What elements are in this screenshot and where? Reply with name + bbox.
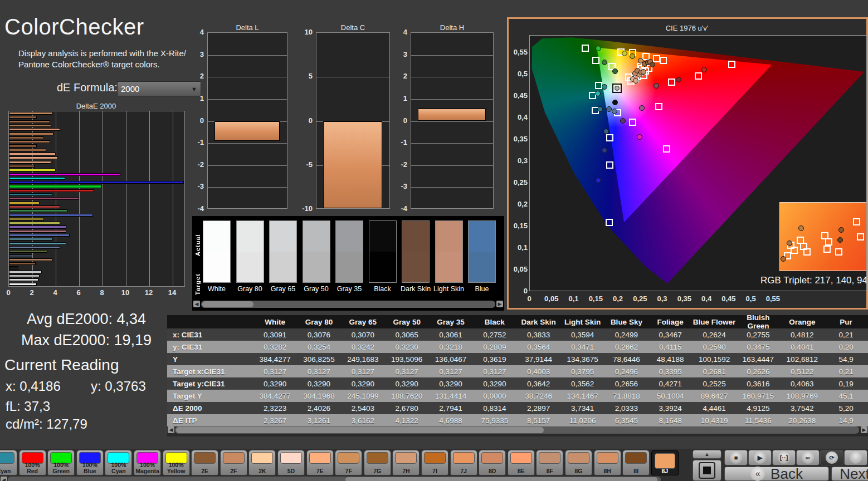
- table-cell: 0,8314: [472, 404, 516, 413]
- table-cell: 163,4447: [737, 355, 781, 364]
- stop-measure-button[interactable]: [693, 460, 721, 481]
- y-tick-label: -3: [188, 182, 204, 190]
- column-header: Dark Skin: [516, 318, 560, 326]
- cie-x-tick-label: 0,1: [562, 295, 586, 303]
- table-cell: 2,3223: [253, 404, 297, 413]
- patch-tab-2e[interactable]: 2E: [191, 450, 218, 475]
- patch-tab-label: 8F: [537, 468, 563, 474]
- swatch-label: Gray 35: [333, 285, 366, 293]
- swatch-scrollbar[interactable]: [201, 301, 495, 308]
- deltae-bar: [9, 266, 18, 269]
- patch-color-chip: [367, 452, 388, 464]
- refresh-button[interactable]: ⟳: [820, 450, 843, 465]
- cie-y-tick-label: 0,15: [505, 222, 528, 230]
- patch-tab-8g[interactable]: 8G: [565, 450, 592, 475]
- patch-tab-8h[interactable]: 8H: [594, 450, 621, 475]
- back-button[interactable]: « Back: [724, 467, 829, 481]
- patch-tab-7j[interactable]: 7J: [450, 450, 477, 475]
- swatch-scroll-right-icon[interactable]: ▶: [496, 301, 503, 307]
- table-cell: 78,6446: [604, 355, 648, 364]
- table-cell: 0,3290: [472, 380, 516, 388]
- gridline: [411, 121, 493, 122]
- y-tick-label: 2: [392, 72, 407, 80]
- patch-color-chip: [280, 452, 302, 464]
- table-row: x: CIE310,30910,30760,30700,30650,30610,…: [167, 328, 868, 341]
- patch-tab-8j[interactable]: 8J: [651, 450, 679, 475]
- cie-x-tick-label: 0,3: [650, 295, 675, 303]
- x-tick-label: 10: [119, 288, 132, 297]
- toolbar-scroll-left-icon[interactable]: ◀: [1, 477, 7, 481]
- column-header: Gray 35: [429, 318, 473, 326]
- swatch-scroll-left-icon[interactable]: ◀: [193, 301, 200, 307]
- patch-tab-100-blue[interactable]: 100% Blue: [76, 450, 104, 475]
- column-header: Gray 50: [385, 318, 429, 326]
- patch-tab-8f[interactable]: 8F: [536, 450, 563, 475]
- patch-tab-label: 8H: [594, 468, 621, 474]
- range-button[interactable]: [··]: [772, 450, 796, 465]
- patch-tab-100-cyan[interactable]: 100% Cyan: [105, 450, 132, 475]
- table-cell: 0,4812: [780, 331, 824, 339]
- patch-tab-2f[interactable]: 2F: [220, 450, 247, 475]
- patch-tab-100-magenta[interactable]: 100% Magenta: [134, 450, 161, 475]
- swatch-blue[interactable]: [468, 220, 496, 283]
- toolbar-scrollbar[interactable]: [8, 477, 661, 481]
- patch-tab-8i[interactable]: 8I: [622, 450, 650, 475]
- measurement-marker: [596, 178, 601, 183]
- table-cell: 4,6988: [429, 416, 473, 425]
- patch-tab-100-red[interactable]: 100% Red: [19, 450, 46, 475]
- patch-tab-7f[interactable]: 7F: [335, 450, 362, 475]
- patch-tab-8e[interactable]: 8E: [508, 450, 535, 475]
- swatch-dark-skin[interactable]: [402, 220, 430, 283]
- stop-button[interactable]: ■: [724, 450, 748, 465]
- patch-tab-100-yellow[interactable]: 100% Yellow: [163, 450, 190, 475]
- patch-tab-label: 7J: [451, 468, 477, 474]
- deltae-bar: [9, 234, 70, 237]
- deltae-bar: [9, 262, 36, 265]
- tab-scroll-up-button[interactable]: ▲: [693, 450, 721, 459]
- cie-y-tick-label: 0,3: [505, 156, 528, 165]
- patch-tab-2k[interactable]: 2K: [248, 450, 276, 475]
- table-cell: 384,4277: [253, 392, 297, 400]
- table-row: Target Y384,4277304,1968245,1099188,7620…: [167, 390, 868, 402]
- patch-tab-7h[interactable]: 7H: [392, 450, 420, 475]
- table-scroll-left-icon[interactable]: ◀: [168, 426, 174, 433]
- deltae-bar: [9, 112, 52, 115]
- next-button[interactable]: Next »: [831, 467, 868, 481]
- table-scrollbar[interactable]: [175, 426, 859, 434]
- patch-color-chip: [481, 452, 503, 464]
- table-row: y: CIE310,32820,32540,32420,32300,32180,…: [167, 341, 868, 353]
- patch-tab-cyan[interactable]: Cyan: [0, 450, 17, 475]
- selected-patch-marker: [612, 84, 622, 93]
- target-marker: [728, 61, 735, 68]
- play-button[interactable]: ▶: [748, 450, 772, 465]
- table-cell: 20,2638: [780, 416, 824, 425]
- swatch-gray-35[interactable]: [335, 220, 363, 283]
- results-table: WhiteGray 80Gray 65Gray 50Gray 35BlackDa…: [167, 315, 868, 436]
- patch-tab-7e[interactable]: 7E: [306, 450, 334, 475]
- swatch-gray-80[interactable]: [236, 220, 264, 283]
- inset-target-marker: [857, 233, 864, 240]
- patch-tab-7i[interactable]: 7I: [421, 450, 448, 475]
- swatch-gray-65[interactable]: [269, 220, 297, 283]
- deltae-chart-title: DeltaE 2000: [50, 102, 142, 110]
- table-cell: 0,3218: [429, 343, 473, 351]
- blank-button[interactable]: [844, 450, 867, 465]
- table-cell: 0,2809: [472, 343, 516, 351]
- gridline: [208, 77, 287, 77]
- deltae-bar: [9, 173, 120, 176]
- infinity-button[interactable]: ∞: [796, 450, 820, 465]
- patch-tab-100-green[interactable]: 100% Green: [47, 450, 75, 475]
- swatch-gray-50[interactable]: [303, 220, 330, 283]
- table-scroll-right-icon[interactable]: ▶: [861, 426, 867, 433]
- table-cell: 54,9: [824, 355, 868, 364]
- patch-tab-5d[interactable]: 5D: [277, 450, 305, 475]
- swatch-black[interactable]: [369, 220, 397, 283]
- page-description: Display analysis is performed with the X…: [18, 48, 202, 71]
- patch-tab-label: 7E: [307, 468, 333, 474]
- patch-tab-8d[interactable]: 8D: [479, 450, 506, 475]
- patch-tab-7g[interactable]: 7G: [364, 450, 391, 475]
- deltae-bar: [9, 128, 60, 131]
- table-cell: 100,1592: [693, 355, 737, 364]
- swatch-white[interactable]: [203, 220, 231, 283]
- swatch-light-skin[interactable]: [435, 220, 463, 283]
